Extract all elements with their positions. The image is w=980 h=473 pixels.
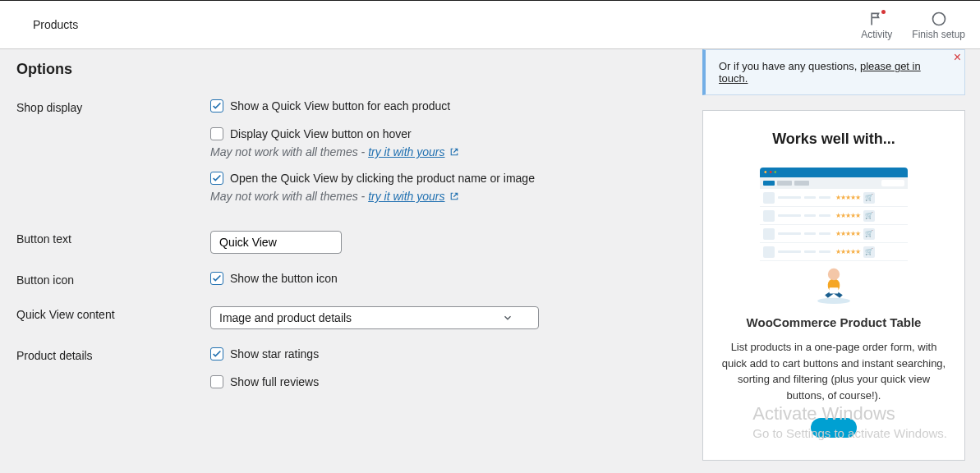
checkbox-open-click[interactable] — [210, 172, 223, 185]
circle-icon — [931, 9, 947, 29]
sidebar-column: Or if you have any questions, please get… — [702, 49, 980, 473]
promo-cta-button[interactable] — [811, 418, 857, 438]
chevron-down-icon — [502, 312, 513, 324]
label-product-details: Product details — [16, 347, 210, 362]
checkbox-show-quickview-label: Show a Quick View button for each produc… — [230, 99, 450, 113]
svg-rect-4 — [830, 287, 839, 293]
info-notice: Or if you have any questions, please get… — [702, 49, 965, 95]
svg-point-1 — [817, 298, 850, 304]
promo-description: List products in a one-page order form, … — [720, 339, 948, 403]
promo-subtitle: WooCommerce Product Table — [720, 315, 948, 329]
label-button-icon: Button icon — [16, 272, 210, 287]
topbar-actions: Activity Finish setup — [861, 9, 965, 40]
svg-point-3 — [828, 269, 840, 280]
row-product-details: Product details Show star ratings Show f… — [16, 347, 686, 392]
checkbox-star-ratings-label: Show star ratings — [230, 347, 319, 360]
svg-point-0 — [932, 13, 945, 25]
activity-button[interactable]: Activity — [861, 9, 892, 40]
link-try-theme-1[interactable]: try it with yours — [368, 145, 444, 158]
checkbox-hover-quickview-label: Display Quick View button on hover — [230, 127, 412, 140]
label-quickview-content: Quick View content — [16, 306, 210, 321]
top-bar: Products Activity Finish setup — [0, 0, 980, 49]
promo-title: Works well with... — [720, 131, 948, 148]
external-link-icon — [449, 191, 459, 201]
label-shop-display: Shop display — [16, 99, 210, 114]
promo-illustration: ★★★★★🛒 ★★★★★🛒 ★★★★★🛒 ★★★★★🛒 — [760, 168, 908, 299]
hint-hover: May not work with all themes - try it wi… — [210, 145, 686, 158]
checkbox-full-reviews[interactable] — [210, 375, 223, 388]
section-title: Options — [16, 61, 686, 78]
finish-setup-button[interactable]: Finish setup — [912, 9, 965, 40]
checkbox-hover-quickview[interactable] — [210, 127, 223, 140]
promo-card: Works well with... ★★★★★🛒 ★★★★★🛒 ★★★★★🛒 … — [702, 110, 965, 461]
quickview-content-select[interactable]: Image and product details — [210, 306, 539, 329]
close-icon[interactable]: × — [954, 50, 961, 65]
finish-setup-label: Finish setup — [912, 29, 965, 40]
checkbox-star-ratings[interactable] — [210, 347, 223, 360]
quickview-content-selected: Image and product details — [219, 311, 352, 324]
external-link-icon — [449, 147, 459, 157]
flag-icon — [868, 9, 885, 29]
row-quickview-content: Quick View content Image and product det… — [16, 306, 686, 329]
checkbox-show-quickview[interactable] — [210, 99, 223, 113]
row-shop-display: Shop display Show a Quick View button fo… — [16, 99, 686, 216]
row-button-icon: Button icon Show the button icon — [16, 272, 686, 288]
checkbox-button-icon[interactable] — [210, 272, 223, 285]
row-button-text: Button text — [16, 231, 686, 254]
activity-label: Activity — [861, 29, 892, 40]
main-settings-column: Options Shop display Show a Quick View b… — [0, 49, 702, 473]
checkbox-open-click-label: Open the Quick View by clicking the prod… — [230, 172, 535, 185]
link-try-theme-2[interactable]: try it with yours — [368, 190, 444, 203]
page-title: Products — [33, 18, 78, 31]
checkbox-button-icon-label: Show the button icon — [230, 272, 338, 285]
checkbox-full-reviews-label: Show full reviews — [230, 375, 319, 388]
label-button-text: Button text — [16, 231, 210, 246]
hint-click: May not work with all themes - try it wi… — [210, 190, 686, 203]
button-text-input[interactable] — [210, 231, 342, 254]
person-icon — [812, 259, 856, 304]
info-notice-text: Or if you have any questions, — [719, 60, 860, 72]
